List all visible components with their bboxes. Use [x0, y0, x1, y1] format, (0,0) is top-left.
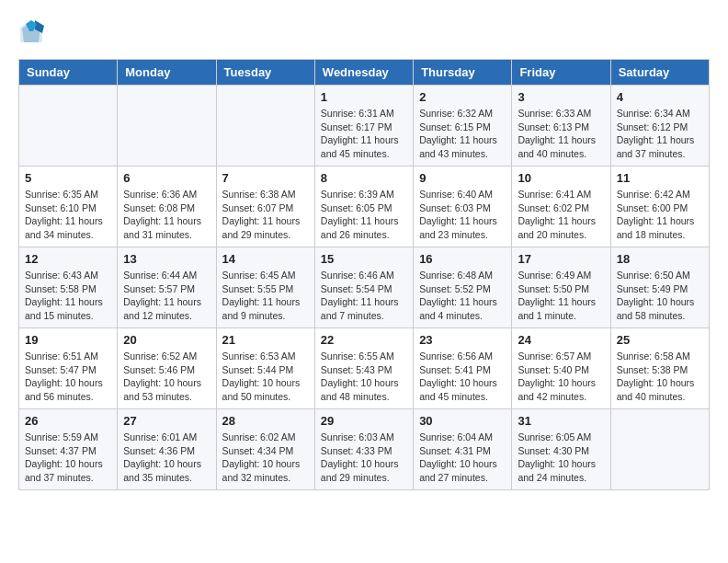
weekday-header-sunday: Sunday — [19, 60, 118, 86]
day-cell: 3Sunrise: 6:33 AM Sunset: 6:13 PM Daylig… — [512, 86, 610, 167]
day-cell — [610, 409, 709, 490]
day-info: Sunrise: 6:40 AM Sunset: 6:03 PM Dayligh… — [419, 188, 506, 242]
day-cell: 29Sunrise: 6:03 AM Sunset: 4:33 PM Dayli… — [314, 409, 413, 490]
day-info: Sunrise: 6:51 AM Sunset: 5:47 PM Dayligh… — [25, 350, 111, 404]
calendar: SundayMondayTuesdayWednesdayThursdayFrid… — [18, 59, 710, 490]
day-number: 23 — [419, 333, 506, 347]
day-cell: 18Sunrise: 6:50 AM Sunset: 5:49 PM Dayli… — [610, 247, 709, 328]
day-info: Sunrise: 6:36 AM Sunset: 6:08 PM Dayligh… — [123, 188, 210, 242]
week-row-1: 1Sunrise: 6:31 AM Sunset: 6:17 PM Daylig… — [19, 86, 710, 167]
day-info: Sunrise: 6:38 AM Sunset: 6:07 PM Dayligh… — [222, 188, 309, 242]
header — [18, 18, 710, 44]
day-cell: 2Sunrise: 6:32 AM Sunset: 6:15 PM Daylig… — [414, 86, 512, 167]
day-number: 15 — [321, 252, 407, 266]
day-info: Sunrise: 6:53 AM Sunset: 5:44 PM Dayligh… — [222, 350, 309, 404]
weekday-header-row: SundayMondayTuesdayWednesdayThursdayFrid… — [19, 60, 710, 86]
day-number: 24 — [518, 333, 604, 347]
day-cell: 12Sunrise: 6:43 AM Sunset: 5:58 PM Dayli… — [19, 247, 118, 328]
day-cell: 11Sunrise: 6:42 AM Sunset: 6:00 PM Dayli… — [610, 167, 709, 247]
day-cell: 20Sunrise: 6:52 AM Sunset: 5:46 PM Dayli… — [118, 328, 216, 409]
day-cell: 1Sunrise: 6:31 AM Sunset: 6:17 PM Daylig… — [314, 86, 413, 167]
week-row-2: 5Sunrise: 6:35 AM Sunset: 6:10 PM Daylig… — [19, 167, 710, 247]
day-info: Sunrise: 6:35 AM Sunset: 6:10 PM Dayligh… — [25, 188, 111, 242]
day-cell: 23Sunrise: 6:56 AM Sunset: 5:41 PM Dayli… — [414, 328, 512, 409]
day-number: 13 — [123, 252, 210, 266]
day-cell: 14Sunrise: 6:45 AM Sunset: 5:55 PM Dayli… — [216, 247, 314, 328]
weekday-header-wednesday: Wednesday — [314, 60, 413, 86]
day-cell: 16Sunrise: 6:48 AM Sunset: 5:52 PM Dayli… — [414, 247, 512, 328]
day-number: 5 — [25, 171, 111, 185]
day-cell — [19, 86, 118, 167]
day-info: Sunrise: 6:05 AM Sunset: 4:30 PM Dayligh… — [518, 431, 604, 485]
day-cell: 27Sunrise: 6:01 AM Sunset: 4:36 PM Dayli… — [118, 409, 216, 490]
day-cell: 17Sunrise: 6:49 AM Sunset: 5:50 PM Dayli… — [512, 247, 610, 328]
day-info: Sunrise: 6:57 AM Sunset: 5:40 PM Dayligh… — [518, 350, 604, 404]
day-cell: 31Sunrise: 6:05 AM Sunset: 4:30 PM Dayli… — [512, 409, 610, 490]
weekday-header-friday: Friday — [512, 60, 610, 86]
week-row-3: 12Sunrise: 6:43 AM Sunset: 5:58 PM Dayli… — [19, 247, 710, 328]
day-number: 8 — [321, 171, 407, 185]
day-info: Sunrise: 6:31 AM Sunset: 6:17 PM Dayligh… — [321, 107, 407, 161]
day-number: 30 — [419, 414, 506, 428]
day-number: 12 — [25, 252, 111, 266]
day-info: Sunrise: 6:03 AM Sunset: 4:33 PM Dayligh… — [321, 431, 407, 485]
day-number: 18 — [617, 252, 703, 266]
day-number: 26 — [25, 414, 111, 428]
day-cell: 13Sunrise: 6:44 AM Sunset: 5:57 PM Dayli… — [118, 247, 216, 328]
day-info: Sunrise: 6:34 AM Sunset: 6:12 PM Dayligh… — [617, 107, 703, 161]
day-number: 6 — [123, 171, 210, 185]
day-info: Sunrise: 5:59 AM Sunset: 4:37 PM Dayligh… — [25, 431, 111, 485]
day-number: 16 — [419, 252, 506, 266]
day-number: 27 — [123, 414, 210, 428]
day-number: 25 — [617, 333, 703, 347]
day-info: Sunrise: 6:43 AM Sunset: 5:58 PM Dayligh… — [25, 269, 111, 323]
day-cell: 28Sunrise: 6:02 AM Sunset: 4:34 PM Dayli… — [216, 409, 314, 490]
day-number: 31 — [518, 414, 604, 428]
day-info: Sunrise: 6:46 AM Sunset: 5:54 PM Dayligh… — [321, 269, 407, 323]
day-cell: 15Sunrise: 6:46 AM Sunset: 5:54 PM Dayli… — [314, 247, 413, 328]
day-cell: 30Sunrise: 6:04 AM Sunset: 4:31 PM Dayli… — [414, 409, 512, 490]
weekday-header-monday: Monday — [118, 60, 216, 86]
week-row-5: 26Sunrise: 5:59 AM Sunset: 4:37 PM Dayli… — [19, 409, 710, 490]
day-info: Sunrise: 6:02 AM Sunset: 4:34 PM Dayligh… — [222, 431, 309, 485]
day-cell — [118, 86, 216, 167]
day-cell: 19Sunrise: 6:51 AM Sunset: 5:47 PM Dayli… — [19, 328, 118, 409]
day-cell: 8Sunrise: 6:39 AM Sunset: 6:05 PM Daylig… — [314, 167, 413, 247]
day-cell: 9Sunrise: 6:40 AM Sunset: 6:03 PM Daylig… — [414, 167, 512, 247]
day-info: Sunrise: 6:56 AM Sunset: 5:41 PM Dayligh… — [419, 350, 506, 404]
day-info: Sunrise: 6:50 AM Sunset: 5:49 PM Dayligh… — [617, 269, 703, 323]
day-number: 10 — [518, 171, 604, 185]
day-number: 1 — [321, 90, 407, 104]
day-info: Sunrise: 6:55 AM Sunset: 5:43 PM Dayligh… — [321, 350, 407, 404]
logo — [18, 18, 48, 44]
day-cell: 24Sunrise: 6:57 AM Sunset: 5:40 PM Dayli… — [512, 328, 610, 409]
day-number: 14 — [222, 252, 309, 266]
day-number: 4 — [617, 90, 703, 104]
day-cell: 6Sunrise: 6:36 AM Sunset: 6:08 PM Daylig… — [118, 167, 216, 247]
day-number: 17 — [518, 252, 604, 266]
day-info: Sunrise: 6:49 AM Sunset: 5:50 PM Dayligh… — [518, 269, 604, 323]
day-cell: 5Sunrise: 6:35 AM Sunset: 6:10 PM Daylig… — [19, 167, 118, 247]
day-cell: 26Sunrise: 5:59 AM Sunset: 4:37 PM Dayli… — [19, 409, 118, 490]
day-info: Sunrise: 6:39 AM Sunset: 6:05 PM Dayligh… — [321, 188, 407, 242]
day-number: 3 — [518, 90, 604, 104]
day-cell: 21Sunrise: 6:53 AM Sunset: 5:44 PM Dayli… — [216, 328, 314, 409]
day-number: 9 — [419, 171, 506, 185]
day-number: 11 — [617, 171, 703, 185]
day-number: 29 — [321, 414, 407, 428]
week-row-4: 19Sunrise: 6:51 AM Sunset: 5:47 PM Dayli… — [19, 328, 710, 409]
day-info: Sunrise: 6:44 AM Sunset: 5:57 PM Dayligh… — [123, 269, 210, 323]
day-cell: 10Sunrise: 6:41 AM Sunset: 6:02 PM Dayli… — [512, 167, 610, 247]
day-number: 28 — [222, 414, 309, 428]
day-info: Sunrise: 6:58 AM Sunset: 5:38 PM Dayligh… — [617, 350, 703, 404]
day-info: Sunrise: 6:04 AM Sunset: 4:31 PM Dayligh… — [419, 431, 506, 485]
day-number: 19 — [25, 333, 111, 347]
day-info: Sunrise: 6:45 AM Sunset: 5:55 PM Dayligh… — [222, 269, 309, 323]
day-cell — [216, 86, 314, 167]
day-number: 20 — [123, 333, 210, 347]
weekday-header-thursday: Thursday — [414, 60, 512, 86]
day-cell: 22Sunrise: 6:55 AM Sunset: 5:43 PM Dayli… — [314, 328, 413, 409]
day-cell: 4Sunrise: 6:34 AM Sunset: 6:12 PM Daylig… — [610, 86, 709, 167]
day-cell: 7Sunrise: 6:38 AM Sunset: 6:07 PM Daylig… — [216, 167, 314, 247]
day-info: Sunrise: 6:42 AM Sunset: 6:00 PM Dayligh… — [617, 188, 703, 242]
